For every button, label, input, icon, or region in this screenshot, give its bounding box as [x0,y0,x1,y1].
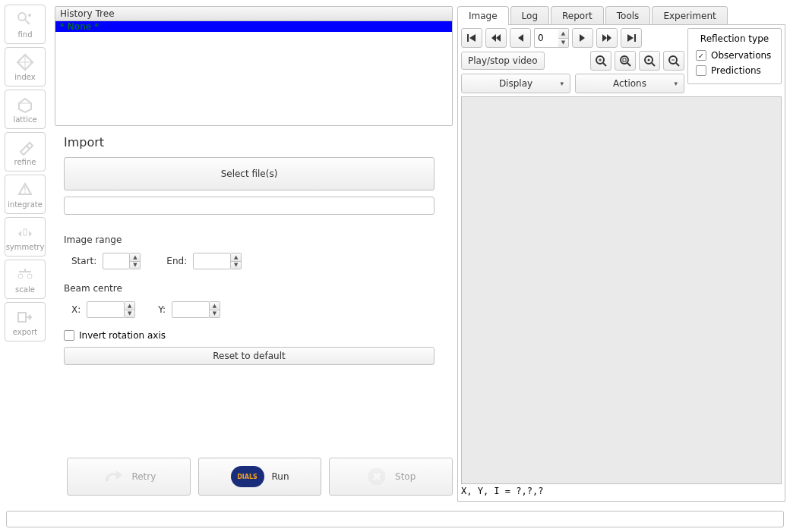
nav-last-button[interactable] [621,28,642,48]
svg-point-24 [648,59,650,61]
tab-log[interactable]: Log [510,6,549,25]
forward-icon [602,33,612,43]
nav-forward-button[interactable] [596,28,618,48]
observations-checkbox[interactable]: ✓ [696,50,706,61]
start-input[interactable] [103,253,130,269]
zoom-fit-button[interactable] [615,51,636,71]
tool-export-label: export [13,328,37,336]
svg-point-19 [621,56,628,64]
frame-spinner[interactable]: ▲▼ [558,28,569,48]
history-item-none[interactable]: * None * [55,21,452,32]
predictions-row[interactable]: Predictions [696,65,773,76]
tabs: Image Log Report Tools Experiment [457,6,785,25]
tool-scale[interactable]: scale [5,260,46,299]
invert-rotation-row[interactable]: Invert rotation axis [64,330,453,341]
zoom-out-icon [668,55,680,67]
left-toolbar: find index lattice refine ! integrate sy… [0,0,50,502]
action-row: Retry DIALS Run Stop [64,458,453,502]
play-stop-button[interactable]: Play/stop video [461,52,545,70]
history-tree-title: History Tree [55,7,452,21]
end-input[interactable] [193,253,231,269]
history-tree-panel: History Tree * None * [55,6,453,126]
x-label: X: [71,304,81,315]
svg-rect-13 [467,34,469,42]
zoom-reset-button[interactable] [639,51,660,71]
svg-line-26 [676,63,679,66]
zoom-in-button[interactable] [590,51,611,71]
zoom-out-button[interactable] [663,51,684,71]
run-button[interactable]: DIALS Run [198,458,322,496]
reflection-type-title: Reflection type [696,33,773,44]
right-panel: Image Log Report Tools Experiment ▲▼ [457,0,790,502]
svg-text:!: ! [24,184,27,195]
frame-number-input[interactable] [534,28,558,48]
invert-rotation-checkbox[interactable] [64,330,74,341]
prev-icon [516,33,525,43]
end-spinner[interactable]: ▲▼ [231,253,242,269]
retry-icon [101,467,124,486]
stop-icon [366,466,387,487]
rewind-icon [491,33,501,43]
svg-line-16 [603,63,606,66]
reset-to-default-button[interactable]: Reset to default [64,347,434,365]
retry-button[interactable]: Retry [67,458,191,496]
image-tab-body: ▲▼ Play/stop video [457,24,785,502]
dials-logo-icon: DIALS [231,466,264,487]
scale-icon [16,266,34,284]
predictions-checkbox[interactable] [696,65,706,76]
tool-symmetry-label: symmetry [6,243,45,251]
tab-image[interactable]: Image [457,6,509,25]
image-range-label: Image range [64,235,453,245]
nav-next-button[interactable] [572,28,593,48]
reflection-type-box: Reflection type ✓ Observations Predictio… [687,28,782,84]
tab-tools[interactable]: Tools [605,6,651,25]
predictions-label: Predictions [711,65,761,76]
tool-export[interactable]: export [5,302,46,342]
tab-experiment[interactable]: Experiment [652,6,727,25]
svg-point-11 [27,274,32,279]
stop-label: Stop [395,471,416,482]
observations-label: Observations [711,50,771,61]
tool-refine[interactable]: refine [5,132,46,172]
image-viewer[interactable] [461,96,782,484]
stop-button[interactable]: Stop [329,458,453,496]
tool-integrate[interactable]: ! integrate [5,175,46,214]
skip-first-icon [466,33,477,43]
nav-first-button[interactable] [461,28,482,48]
beam-centre-label: Beam centre [64,283,453,294]
svg-point-2 [28,14,31,17]
history-tree-body[interactable]: * None * [55,21,452,125]
tool-index[interactable]: index [5,47,46,87]
y-label: Y: [158,304,166,315]
svg-point-0 [18,13,26,20]
import-title: Import [64,135,453,150]
tool-symmetry[interactable]: symmetry [5,217,46,257]
tool-find-label: find [18,30,33,39]
coordinate-readout: X, Y, I = ?,?,? [461,484,782,498]
svg-line-20 [627,63,630,66]
nav-prev-button[interactable] [510,28,531,48]
svg-rect-12 [18,313,26,322]
tool-refine-label: refine [14,158,36,166]
status-bar [6,511,784,527]
x-spinner[interactable]: ▲▼ [125,301,135,318]
tab-report[interactable]: Report [551,6,604,25]
tool-lattice[interactable]: lattice [5,90,46,129]
select-files-button[interactable]: Select file(s) [64,157,434,190]
zoom-in-icon [595,55,607,67]
display-combo-label: Display [499,78,532,89]
svg-line-1 [25,20,30,24]
start-spinner[interactable]: ▲▼ [130,253,141,269]
lattice-icon [16,96,34,114]
nav-rewind-button[interactable] [485,28,507,48]
observations-row[interactable]: ✓ Observations [696,50,773,61]
x-input[interactable] [87,301,125,318]
y-input[interactable] [172,301,210,318]
tool-find[interactable]: find [5,5,46,44]
file-display [64,197,434,215]
actions-combo[interactable]: Actions [575,74,684,93]
y-spinner[interactable]: ▲▼ [210,301,220,318]
display-combo[interactable]: Display [461,74,570,93]
index-icon [16,53,34,71]
svg-rect-7 [24,229,27,235]
